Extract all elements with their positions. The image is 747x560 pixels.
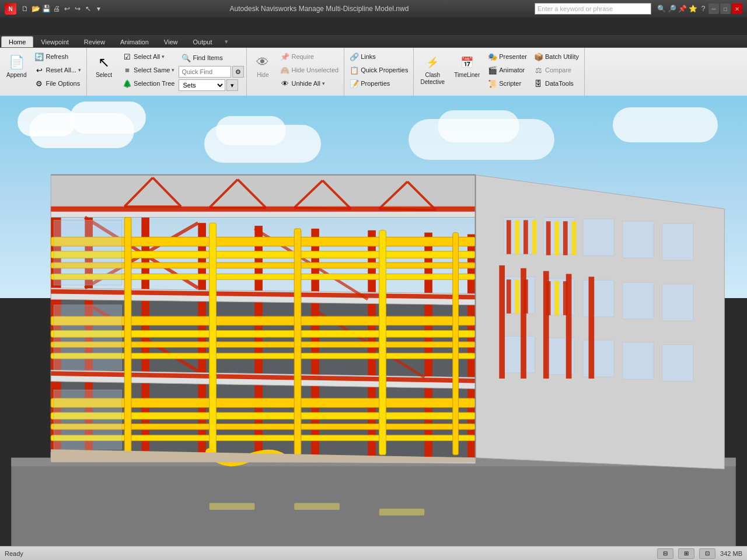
star-btn[interactable]: ⭐ — [687, 4, 698, 14]
qa-undo[interactable]: ↩ — [62, 4, 72, 14]
refresh-label: Refresh — [46, 53, 68, 60]
svg-rect-24 — [532, 220, 537, 254]
tab-review[interactable]: Review — [76, 36, 113, 47]
qa-dropdown[interactable]: ▾ — [93, 4, 104, 14]
tab-view[interactable]: View — [156, 36, 186, 47]
svg-rect-20 — [662, 345, 693, 382]
links-icon: 🔗 — [350, 52, 359, 61]
search-btn[interactable]: 🔍 — [656, 4, 666, 14]
reset-label: Reset All... — [46, 66, 76, 74]
svg-rect-26 — [554, 221, 559, 255]
hide-icon: 👁 — [253, 53, 272, 72]
svg-line-90 — [379, 209, 436, 210]
tab-home[interactable]: Home — [1, 36, 33, 47]
append-button[interactable]: 📄 Append — [2, 50, 30, 82]
timeliner-button[interactable]: 📅 TimeLiner — [450, 50, 484, 82]
quick-find-input[interactable] — [179, 66, 231, 78]
svg-rect-28 — [571, 221, 576, 255]
properties-button[interactable]: 📝 Properties — [347, 77, 411, 90]
quick-find-btn[interactable]: ⚙ — [232, 66, 244, 78]
search-box[interactable]: Enter a keyword or phrase — [535, 3, 651, 15]
status-btn-1[interactable]: ⊟ — [657, 548, 673, 559]
compare-button[interactable]: ⚖ Compare — [531, 64, 582, 76]
find-items-button[interactable]: 🔍 Find Items — [179, 51, 244, 64]
unhide-all-icon: 👁 — [280, 79, 289, 88]
animator-label: Animator — [499, 66, 525, 74]
pin-btn[interactable]: 📌 — [677, 4, 687, 14]
qa-open[interactable]: 📂 — [30, 4, 41, 14]
unhide-all-button[interactable]: 👁 Unhide All ▾ — [277, 77, 341, 90]
hide-button[interactable]: 👁 Hide — [249, 50, 276, 82]
data-tools-button[interactable]: 🗄 DataTools — [531, 77, 582, 90]
properties-icon: 📝 — [350, 79, 359, 88]
svg-rect-92 — [521, 268, 526, 379]
qa-print[interactable]: 🖨 — [51, 4, 62, 14]
window-controls: ─ □ ✕ — [708, 4, 742, 14]
presenter-button[interactable]: 🎭 Presenter — [485, 50, 530, 63]
svg-rect-23 — [523, 220, 528, 254]
status-memory: 342 MB — [720, 550, 742, 557]
svg-rect-19 — [623, 342, 654, 379]
sets-row: Sets ▾ — [179, 79, 244, 91]
qa-pointer[interactable]: ↖ — [83, 4, 93, 14]
tab-animation[interactable]: Animation — [113, 36, 156, 47]
clash-detective-button[interactable]: ⚡ ClashDetective — [416, 50, 449, 89]
svg-rect-8 — [583, 219, 614, 256]
tab-overflow[interactable]: ▾ — [220, 36, 233, 47]
selection-tree-button[interactable]: 🌲 Selection Tree — [120, 77, 177, 90]
help-btn[interactable]: ? — [698, 4, 708, 14]
status-btn-2[interactable]: ⊞ — [678, 548, 694, 559]
select-icon: ↖ — [95, 53, 113, 72]
svg-rect-70 — [124, 218, 131, 455]
animator-button[interactable]: 🎬 Animator — [485, 64, 530, 76]
unhide-all-arrow: ▾ — [322, 80, 325, 86]
minimize-btn[interactable]: ─ — [708, 4, 719, 14]
compare-icon: ⚖ — [534, 65, 543, 75]
batch-utility-label: Batch Utility — [545, 53, 579, 60]
reset-icon: ↩ — [34, 65, 44, 75]
select-all-label: Select All — [134, 53, 160, 60]
require-label: Require — [291, 53, 314, 60]
svg-rect-18 — [583, 340, 614, 377]
links-label: Links — [361, 53, 376, 60]
maximize-btn[interactable]: □ — [720, 4, 731, 14]
hide-unselected-button[interactable]: 🙈 Hide Unselected — [277, 64, 341, 76]
select-same-button[interactable]: ≡ Select Same ▾ — [120, 64, 177, 76]
close-btn[interactable]: ✕ — [732, 4, 742, 14]
timeliner-label: TimeLiner — [454, 72, 480, 79]
search-placeholder: Enter a keyword or phrase — [537, 5, 613, 12]
help-search[interactable]: 🔎 — [666, 4, 677, 14]
select-same-label: Select Same — [134, 66, 170, 74]
hide-label: Hide — [257, 72, 269, 79]
timeliner-icon: 📅 — [458, 53, 476, 72]
tab-output[interactable]: Output — [186, 36, 220, 47]
sets-select[interactable]: Sets — [179, 79, 225, 91]
sets-dropdown-btn[interactable]: ▾ — [226, 79, 238, 91]
links-button[interactable]: 🔗 Links — [347, 50, 411, 63]
select-all-button[interactable]: ☑ Select All ▾ — [120, 50, 177, 63]
require-button[interactable]: 📌 Require — [277, 50, 341, 63]
file-options-button[interactable]: ⚙ File Options — [32, 77, 84, 90]
svg-rect-75 — [54, 220, 121, 285]
svg-rect-2 — [210, 503, 255, 510]
qa-redo[interactable]: ↪ — [72, 4, 83, 14]
svg-rect-73 — [379, 230, 386, 455]
quick-properties-button[interactable]: 📋 Quick Properties — [347, 64, 411, 76]
reset-all-button[interactable]: ↩ Reset All... ▾ — [32, 64, 84, 76]
qa-save[interactable]: 💾 — [41, 4, 51, 14]
properties-label: Properties — [361, 80, 390, 87]
tab-viewpoint[interactable]: Viewpoint — [33, 36, 76, 47]
batch-utility-button[interactable]: 📦 Batch Utility — [531, 50, 582, 63]
svg-rect-9 — [623, 221, 654, 258]
qa-new[interactable]: 🗋 — [20, 4, 30, 14]
svg-rect-29 — [507, 279, 511, 313]
select-button[interactable]: ↖ Select — [89, 50, 118, 82]
status-btn-3[interactable]: ⊡ — [699, 548, 715, 559]
presenter-label: Presenter — [499, 53, 527, 60]
quick-properties-label: Quick Properties — [361, 66, 408, 74]
status-text: Ready — [5, 550, 23, 557]
svg-rect-91 — [499, 265, 505, 379]
scripter-button[interactable]: 📜 Scripter — [485, 77, 530, 90]
refresh-button[interactable]: 🔄 Refresh — [32, 50, 84, 63]
viewport[interactable] — [0, 96, 747, 546]
